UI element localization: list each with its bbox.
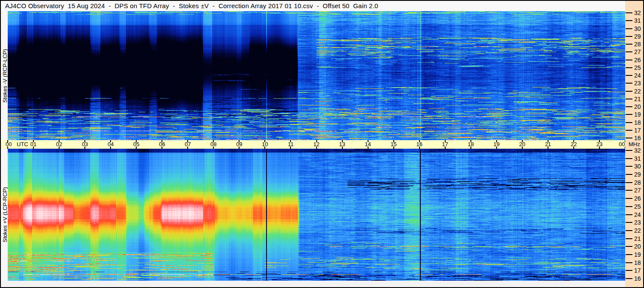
freq-label: 18 [634,259,641,266]
freq-tick [626,106,632,107]
hour-label: 15 [390,141,396,147]
freq-label: 30 [634,25,641,32]
hour-label: 04 [108,141,114,147]
freq-label: 16 [634,275,641,282]
hour-label: 16 [416,141,422,147]
hour-label: 22 [571,141,577,147]
freq-label: 22 [634,227,641,234]
freq-label: 32 [634,9,641,16]
hour-label: 12 [313,141,319,147]
freq-tick [626,130,632,131]
freq-tick [626,222,632,223]
freq-tick [626,122,632,123]
freq-label: 21 [634,96,641,102]
stokes-minus-v-spectrogram [8,11,625,140]
mhz-label: MHz [629,141,640,147]
freq-label: 27 [634,187,641,194]
freq-tick [626,246,632,247]
freq-label: 28 [634,41,641,48]
freq-label: 27 [634,48,641,55]
hour-label: 11 [288,141,294,147]
freq-tick [626,114,632,115]
freq-tick [626,158,632,159]
freq-label: 32 [634,147,641,154]
freq-label: 20 [634,103,641,110]
bottom-margin [1,281,625,287]
freq-tick [626,230,632,231]
freq-tick [626,67,632,68]
freq-tick [626,75,632,76]
freq-tick [626,60,632,60]
hour-label: 10 [262,141,268,147]
hour-label: 01 [30,141,36,147]
freq-label: 24 [634,72,641,79]
time-axis: 00UTC01020304050607080910111213141516171… [1,140,625,149]
freq-tick [626,99,632,99]
freq-label: 26 [634,57,641,63]
hour-label: 02 [56,141,62,147]
freq-label: 17 [634,267,641,274]
freq-tick [626,51,632,52]
freq-tick [626,190,632,191]
freq-label: 16 [634,135,641,141]
hour-label: 05 [133,141,139,147]
freq-tick [626,278,632,279]
hour-label: 23 [596,141,602,147]
freq-tick [626,166,632,167]
freq-tick [626,12,632,13]
panel2-axis-label: Stokes +V (LCP-RCP) [2,187,8,243]
freq-label: 17 [634,127,641,134]
freq-label: 18 [634,119,641,126]
hour-label: 19 [494,141,500,147]
freq-tick [626,270,632,271]
hour-label: 17 [442,141,448,147]
freq-label: 23 [634,80,641,87]
title-bar: AJ4CO Observatory 15 Aug 2024 - DPS on T… [1,1,625,11]
freq-label: 29 [634,33,641,40]
hour-label: 20 [519,141,525,147]
freq-label: 21 [634,235,641,242]
utc-label: UTC [17,141,28,147]
freq-label: 22 [634,88,641,95]
freq-label: 31 [634,17,641,24]
freq-label: 31 [634,155,641,162]
freq-label: 19 [634,111,641,118]
freq-tick [626,138,632,138]
hour-label: 00 [619,141,625,147]
freq-tick [626,20,632,21]
freq-label: 29 [634,171,641,178]
hour-label: 00 [6,141,12,147]
freq-label: 19 [634,251,641,258]
freq-tick [626,28,632,29]
freq-label: 25 [634,64,641,71]
freq-tick [626,174,632,175]
hour-label: 21 [545,141,551,147]
freq-tick [626,254,632,255]
stokes-plus-v-spectrogram [8,149,625,281]
hour-label: 03 [82,141,88,147]
hour-label: 06 [159,141,165,147]
freq-tick [626,214,632,215]
freq-label: 28 [634,179,641,186]
freq-tick [626,83,632,84]
freq-tick [626,44,632,45]
app-window: AJ4CO Observatory 15 Aug 2024 - DPS on T… [0,0,644,288]
panel1-axis-label: Stokes -V (RCP-LCP) [2,49,8,103]
hour-label: 07 [185,141,191,147]
freq-tick [626,206,632,207]
hour-label: 14 [365,141,371,147]
title-text: AJ4CO Observatory 15 Aug 2024 - DPS on T… [5,2,378,9]
freq-label: 20 [634,243,641,250]
freq-tick [626,198,632,199]
freq-label: 23 [634,219,641,226]
freq-label: 30 [634,163,641,170]
freq-tick [626,238,632,239]
freq-tick [626,182,632,183]
hour-label: 08 [210,141,216,147]
freq-tick [626,91,632,92]
freq-tick [626,150,632,151]
hour-label: 18 [468,141,474,147]
hour-label: 09 [236,141,242,147]
freq-tick [626,262,632,263]
freq-label: 26 [634,195,641,202]
